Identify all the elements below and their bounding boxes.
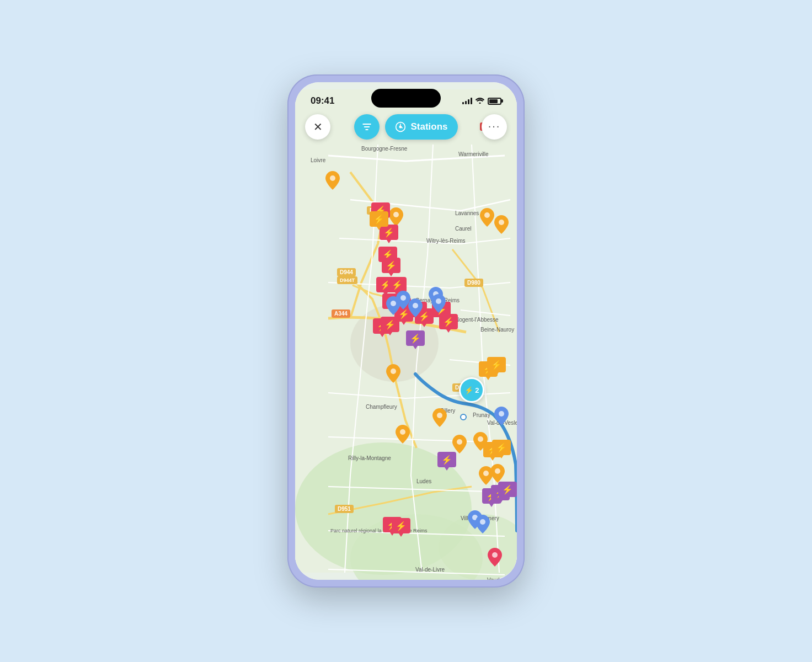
- phone-screen: 09:41: [295, 82, 517, 580]
- place-label-ludes: Ludes: [416, 478, 431, 484]
- blue-pin-5[interactable]: [431, 294, 446, 313]
- dynamic-island: [371, 89, 441, 108]
- stations-icon: [395, 121, 406, 132]
- blue-pin-3[interactable]: [408, 298, 423, 317]
- svg-point-41: [400, 295, 406, 301]
- orange-pin-champ[interactable]: [386, 364, 400, 383]
- place-label-beine: Beine-Nauroy: [480, 327, 514, 333]
- svg-text:⚡: ⚡: [396, 521, 407, 531]
- orange-pin-1[interactable]: [325, 171, 340, 190]
- center-controls: Stations: [354, 114, 457, 140]
- svg-point-6: [330, 175, 335, 181]
- orange-pin-epernay[interactable]: [494, 215, 509, 234]
- svg-point-11: [437, 413, 442, 418]
- svg-point-42: [413, 303, 418, 308]
- place-label-loivre: Loivre: [311, 157, 325, 163]
- svg-text:⚡: ⚡: [441, 455, 452, 465]
- battery-icon: [488, 98, 501, 105]
- place-label-parc: Parc naturel régional la Montagne de Rei…: [330, 528, 380, 534]
- orange-charger-1[interactable]: ⚡: [370, 211, 388, 234]
- stations-label: Stations: [410, 121, 447, 132]
- svg-point-10: [391, 369, 396, 374]
- place-label-warmeriville: Warmeriville: [458, 151, 489, 157]
- phone-frame: 09:41: [287, 74, 525, 588]
- filter-icon: [361, 121, 372, 132]
- orange-pin-3[interactable]: [480, 208, 494, 227]
- svg-point-7: [393, 212, 399, 217]
- cluster-badge[interactable]: ⚡ 2: [459, 377, 484, 403]
- red-charger-13[interactable]: ⚡: [439, 314, 458, 337]
- road-d951: D951: [335, 505, 354, 513]
- wifi-icon: [476, 97, 484, 105]
- more-button[interactable]: ···: [482, 114, 507, 140]
- cluster-badge-text: ⚡ 2: [464, 386, 479, 394]
- road-a344: A344: [332, 309, 350, 318]
- svg-text:⚡: ⚡: [386, 260, 397, 271]
- red-pin-bottom[interactable]: [488, 548, 502, 567]
- svg-text:⚡: ⚡: [373, 214, 384, 225]
- red-charger-bottom2[interactable]: ⚡: [392, 518, 410, 541]
- svg-text:⚡: ⚡: [392, 280, 403, 290]
- close-icon: ✕: [313, 120, 323, 134]
- svg-point-45: [499, 411, 504, 417]
- filter-button[interactable]: [354, 114, 380, 140]
- signal-icon: [462, 98, 472, 104]
- svg-point-15: [495, 468, 500, 474]
- orange-pin-lower2[interactable]: [490, 464, 505, 483]
- orange-pin-mid1[interactable]: [432, 408, 447, 427]
- road-d980: D980: [464, 279, 483, 287]
- svg-point-12: [457, 439, 462, 445]
- road-d944t: D944T: [337, 276, 357, 284]
- purple-charger-2[interactable]: ⚡: [437, 452, 456, 475]
- orange-charger-5[interactable]: ⚡: [492, 440, 511, 463]
- svg-text:⚡: ⚡: [410, 333, 421, 344]
- orange-pin-2[interactable]: [389, 207, 403, 226]
- svg-point-57: [399, 126, 402, 129]
- svg-point-8: [484, 212, 490, 218]
- svg-text:⚡: ⚡: [491, 360, 502, 370]
- place-label-rilly: Rilly-la-Montagne: [348, 455, 391, 461]
- svg-text:⚡: ⚡: [502, 484, 513, 495]
- place-label-witry: Witry-lès-Reims: [426, 238, 466, 244]
- place-label-lavannes: Lavannes: [455, 210, 479, 216]
- close-button[interactable]: ✕: [305, 114, 330, 140]
- map-area[interactable]: Loivre Bourgogne-Fresne Warmeriville Lav…: [295, 82, 517, 580]
- status-time: 09:41: [311, 95, 334, 106]
- orange-pin-mid2[interactable]: [452, 435, 467, 453]
- svg-point-16: [400, 429, 405, 435]
- svg-point-14: [483, 471, 489, 476]
- more-icon: ···: [488, 120, 501, 132]
- place-label-bourgogne: Bourgogne-Fresne: [361, 146, 407, 152]
- svg-point-5: [461, 414, 466, 420]
- stations-button[interactable]: Stations: [385, 114, 457, 140]
- map-controls: ✕: [295, 114, 517, 140]
- svg-point-13: [478, 436, 483, 442]
- blue-pin-lower2[interactable]: [476, 515, 490, 533]
- place-label-prunay: Prunay: [473, 412, 490, 418]
- svg-text:⚡: ⚡: [384, 319, 396, 330]
- red-charger-15[interactable]: ⚡: [381, 317, 399, 340]
- place-label-caurel: Caurel: [455, 226, 471, 232]
- svg-text:⚡: ⚡: [443, 317, 454, 327]
- purple-charger-1[interactable]: ⚡: [406, 330, 425, 354]
- road-d944: D944: [337, 268, 356, 276]
- place-label-val-livre: Val-de-Livre: [415, 567, 445, 573]
- place-label-champfleury: Champfleury: [366, 404, 397, 410]
- svg-point-40: [391, 301, 396, 306]
- svg-point-44: [436, 298, 441, 304]
- orange-charger-3[interactable]: ⚡: [487, 357, 506, 380]
- place-label-nogent: Nogent-l'Abbesse: [455, 317, 499, 323]
- svg-point-34: [492, 552, 498, 558]
- orange-pin-rilly[interactable]: [396, 425, 410, 444]
- purple-charger-5[interactable]: ⚡: [498, 482, 517, 505]
- status-icons: [462, 97, 501, 105]
- svg-point-47: [480, 519, 485, 525]
- blue-pin-6[interactable]: [494, 407, 509, 425]
- place-label-vaudemange: Vaudemange: [487, 577, 517, 580]
- svg-text:⚡: ⚡: [496, 442, 507, 453]
- svg-point-9: [499, 220, 504, 225]
